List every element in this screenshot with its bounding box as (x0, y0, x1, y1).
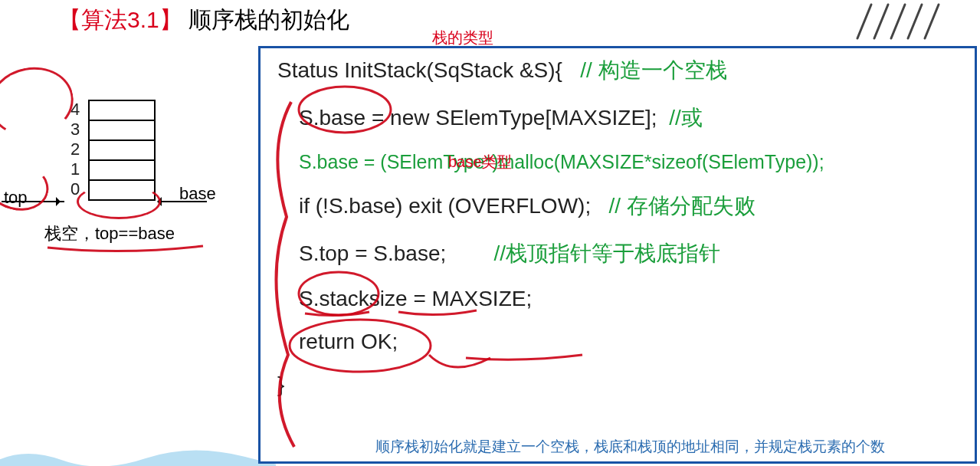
code-comment: // 存储分配失败 (609, 194, 755, 218)
arrow-icon (2, 201, 64, 202)
code-text: S.stacksize = MAXSIZE; (299, 287, 532, 310)
code-comment: // 构造一个空栈 (580, 58, 726, 82)
decorative-wave-icon (0, 440, 276, 466)
code-line: if (!S.base) exit (OVERFLOW); // 存储分配失败 (277, 192, 961, 221)
code-line: S.base = (SElemType*)malloc(MAXSIZE*size… (277, 151, 961, 173)
stack-cell (88, 139, 156, 161)
code-block: Status InitStack(SqStack &S){ // 构造一个空栈 … (258, 46, 977, 464)
stack-index: 4 (70, 100, 80, 120)
code-text: if (!S.base) exit (OVERFLOW); (299, 194, 591, 218)
page-title: 【算法3.1】 顺序栈的初始化 (58, 5, 349, 36)
stack-cell (88, 120, 156, 141)
code-line: S.base = new SElemType[MAXSIZE]; //或 (277, 103, 961, 133)
arrow-icon (161, 201, 207, 202)
code-comment: S.base = (SElemType*)malloc(MAXSIZE*size… (299, 151, 824, 172)
annotation-stack-type: 栈的类型 (432, 28, 493, 48)
code-line: } (277, 372, 961, 397)
code-text: return OK; (299, 330, 398, 353)
annotation-summary: 顺序栈初始化就是建立一个空栈，栈底和栈顶的地址相同，并规定栈元素的个数 (375, 437, 973, 457)
handdrawn-scribble-icon (0, 61, 79, 143)
stack-index: 1 (70, 159, 80, 179)
code-line: S.top = S.base; //栈顶指针等于栈底指针 (277, 239, 961, 268)
stack-diagram: 4 3 2 1 0 top base 栈空，top==base (0, 84, 245, 284)
stack-index: 0 (70, 179, 80, 199)
decorative-sketch-icon (842, 0, 965, 42)
algorithm-title: 顺序栈的初始化 (188, 7, 349, 32)
code-text: S.base = new SElemType[MAXSIZE]; (299, 106, 657, 130)
code-line: S.stacksize = MAXSIZE; (277, 287, 961, 311)
code-line: Status InitStack(SqStack &S){ // 构造一个空栈 (277, 56, 961, 85)
code-comment: //或 (669, 106, 703, 130)
code-text: } (277, 372, 284, 396)
code-comment: //栈顶指针等于栈底指针 (493, 241, 720, 265)
stack-index: 2 (70, 139, 80, 159)
stack-cells (88, 100, 156, 201)
code-text: S.top = S.base; (299, 241, 446, 265)
code-text: Status InitStack(SqStack &S){ (277, 58, 562, 82)
stack-cell (88, 179, 156, 201)
handdrawn-scribble-icon (0, 153, 54, 218)
annotation-base-type: base类型 (448, 152, 512, 172)
pointer-top-label: top (4, 188, 28, 208)
algorithm-tag: 【算法3.1】 (58, 7, 182, 32)
stack-index: 3 (70, 120, 80, 139)
diagram-caption: 栈空，top==base (44, 222, 175, 245)
stack-cell (88, 159, 156, 181)
code-line: return OK; (277, 330, 961, 354)
stack-cell (88, 100, 156, 121)
